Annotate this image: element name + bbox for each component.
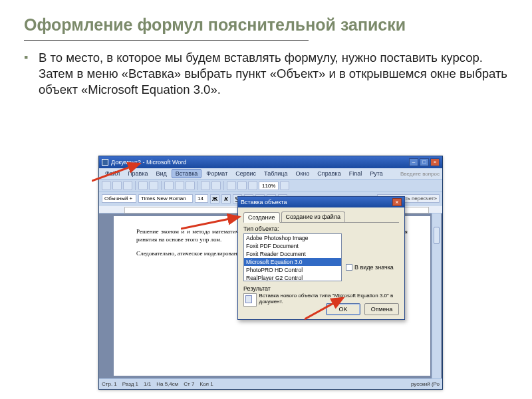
menu-table[interactable]: Таблица — [261, 170, 291, 178]
list-item[interactable]: Foxit Reader Document — [244, 250, 341, 258]
status-section: Разд 1 — [122, 381, 138, 387]
redo-button[interactable] — [211, 181, 221, 190]
object-type-list[interactable]: Adobe Photoshop Image Foxit PDF Document… — [243, 233, 342, 281]
tab-create-from-file[interactable]: Создание из файла — [281, 211, 345, 222]
menu-view[interactable]: Вид — [153, 170, 170, 178]
result-label: Результат — [243, 285, 399, 292]
menu-help[interactable]: Справка — [314, 170, 344, 178]
status-lang: русский (Ро — [411, 381, 440, 387]
columns-button[interactable] — [237, 181, 247, 190]
title-underline — [24, 39, 309, 41]
menu-tools[interactable]: Сервис — [232, 170, 259, 178]
list-item[interactable]: RealPlayer G2 Control — [244, 274, 341, 281]
dialog-close-button[interactable]: × — [392, 198, 402, 206]
checkbox-label: В виде значка — [354, 264, 394, 271]
fontsize-combo[interactable]: 14 — [195, 194, 208, 203]
help-search[interactable]: Введите вопрос — [400, 171, 442, 177]
vertical-scrollbar[interactable] — [432, 213, 441, 378]
object-type-label: Тип объекта: — [243, 225, 399, 232]
open-button[interactable] — [112, 181, 122, 190]
font-combo[interactable]: Times New Roman — [138, 194, 193, 203]
menu-file[interactable]: Файл — [102, 170, 123, 178]
word-window: Документ2 - Microsoft Word – □ × Файл Пр… — [98, 156, 443, 390]
style-combo[interactable]: Обычный + — [102, 194, 136, 203]
zoom-combo[interactable]: 110% — [259, 182, 279, 190]
word-icon — [102, 159, 108, 166]
cut-button[interactable] — [164, 181, 174, 190]
undo-button[interactable] — [201, 181, 210, 190]
word-titlebar[interactable]: Документ2 - Microsoft Word – □ × — [99, 156, 442, 168]
status-line: Ст 7 — [184, 381, 194, 387]
list-item[interactable]: PhotoPRO HD Control — [244, 266, 341, 274]
result-icon — [243, 293, 257, 307]
menu-format[interactable]: Формат — [203, 170, 231, 178]
paste-button[interactable] — [186, 181, 195, 190]
menu-final[interactable]: Final — [346, 170, 366, 178]
status-pages: 1/1 — [144, 381, 151, 387]
menu-bar: Файл Правка Вид Вставка Формат Сервис Та… — [99, 168, 442, 179]
bullet-icon: ▪ — [24, 50, 39, 98]
ok-button[interactable]: OK — [326, 303, 360, 315]
close-button[interactable]: × — [430, 158, 440, 166]
list-item[interactable]: Adobe Photoshop Image — [244, 234, 341, 242]
list-item[interactable]: Foxit PDF Document — [244, 242, 341, 250]
status-page: Стр. 1 — [102, 381, 117, 387]
as-icon-checkbox[interactable]: В виде значка — [346, 264, 399, 271]
word-title-text: Документ2 - Microsoft Word — [111, 159, 409, 166]
cancel-button[interactable]: Отмена — [364, 303, 399, 315]
slide-title: Оформление формул пояснительной записки — [24, 15, 508, 35]
bold-button[interactable]: Ж — [210, 194, 219, 203]
tab-create-new[interactable]: Создание — [243, 212, 280, 223]
minimize-button[interactable]: – — [409, 158, 418, 166]
save-button[interactable] — [123, 181, 132, 190]
menu-window[interactable]: Окно — [292, 170, 313, 178]
maximize-button[interactable]: □ — [420, 158, 429, 166]
drawing-button[interactable] — [248, 181, 257, 190]
insert-object-dialog[interactable]: Вставка объекта × Создание Создание из ф… — [237, 196, 405, 320]
copy-button[interactable] — [175, 181, 184, 190]
new-doc-button[interactable] — [102, 181, 111, 190]
italic-button[interactable]: К — [221, 194, 231, 203]
list-item-selected[interactable]: Microsoft Equation 3.0 — [244, 258, 341, 266]
checkbox-icon[interactable] — [346, 264, 352, 271]
menu-edit[interactable]: Правка — [124, 170, 151, 178]
slide-body: В то место, в которое мы будем вставлять… — [39, 50, 508, 98]
status-col: Кол 1 — [200, 381, 213, 387]
scrollbar-thumb[interactable] — [434, 227, 440, 244]
standard-toolbar: 110% — [99, 179, 442, 192]
dialog-titlebar[interactable]: Вставка объекта × — [238, 197, 404, 207]
menu-ruta[interactable]: Рута — [366, 170, 386, 178]
preview-button[interactable] — [149, 181, 158, 190]
status-at: На 5,4см — [156, 381, 178, 387]
menu-insert[interactable]: Вставка — [172, 169, 201, 178]
status-bar: Стр. 1 Разд 1 1/1 На 5,4см Ст 7 Кол 1 ру… — [99, 378, 442, 389]
print-button[interactable] — [138, 181, 148, 190]
help-button[interactable] — [280, 181, 289, 190]
dialog-title-text: Вставка объекта — [241, 199, 392, 205]
table-button[interactable] — [227, 181, 236, 190]
